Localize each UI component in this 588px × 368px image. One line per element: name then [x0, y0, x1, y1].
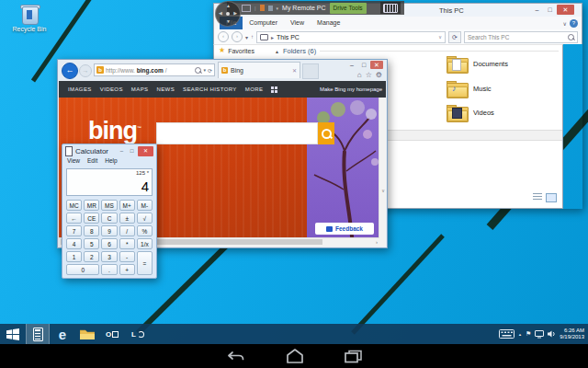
android-home-icon[interactable] [286, 349, 304, 363]
tab-view[interactable]: View [284, 17, 311, 29]
android-recents-icon[interactable] [345, 350, 362, 363]
taskbar-calculator-button[interactable] [26, 324, 50, 344]
key-mplus[interactable]: M+ [119, 200, 135, 211]
details-view-icon[interactable] [533, 193, 542, 201]
folder-item-music[interactable]: ♪ Music [447, 81, 492, 97]
key-ms[interactable]: MS [101, 200, 117, 211]
make-homepage-link[interactable]: Make Bing my homepage [320, 86, 382, 92]
explorer-search-input[interactable]: Search This PC [464, 31, 578, 43]
taskbar-clock[interactable]: 6:26 AM 9/19/2013 [560, 328, 584, 340]
forward-icon[interactable]: › [232, 31, 243, 42]
key-sqrt[interactable]: √ [137, 213, 153, 224]
volume-icon[interactable] [548, 330, 556, 338]
chevron-down-icon[interactable]: ▾ [277, 6, 279, 11]
nav-maps[interactable]: MAPS [131, 86, 149, 92]
remote-pan-control[interactable]: ▲ ▼ ◀ ▶ [215, 1, 241, 27]
minimize-button[interactable]: – [346, 61, 357, 69]
quick-access-icon[interactable] [260, 5, 265, 11]
close-button[interactable]: ✕ [557, 5, 574, 15]
help-icon[interactable]: ? [570, 19, 578, 28]
nav-news[interactable]: NEWS [156, 86, 175, 92]
menu-help[interactable]: Help [105, 157, 117, 167]
network-icon[interactable] [535, 330, 544, 339]
maximize-button[interactable]: □ [544, 5, 556, 15]
minimize-button[interactable]: – [118, 148, 126, 154]
key-8[interactable]: 8 [84, 225, 99, 236]
key-percent[interactable]: % [137, 225, 153, 236]
key-9[interactable]: 9 [101, 225, 117, 236]
key-mc[interactable]: MC [66, 200, 82, 211]
sidebar-item-favorites[interactable]: ★ Favorites [219, 47, 254, 54]
key-mminus[interactable]: M- [137, 200, 153, 211]
close-button[interactable]: ✕ [370, 61, 383, 69]
up-icon[interactable]: ↑ [251, 34, 254, 40]
scroll-down-icon[interactable]: ∨ [381, 188, 385, 193]
android-back-icon[interactable] [227, 350, 245, 363]
tab-computer[interactable]: Computer [243, 17, 284, 29]
key-negate[interactable]: ± [119, 213, 135, 224]
scroll-right-icon[interactable]: › [376, 239, 378, 245]
nav-search-history[interactable]: SEARCH HISTORY [183, 86, 237, 92]
address-dropdown-icon[interactable]: ∨ [438, 34, 442, 40]
apps-grid-icon[interactable] [271, 86, 277, 93]
maximize-button[interactable]: □ [128, 148, 136, 154]
new-tab-button[interactable] [302, 63, 319, 79]
key-1[interactable]: 1 [66, 251, 82, 262]
feedback-button[interactable]: Feedback [315, 223, 374, 235]
taskbar-lync-button[interactable]: L [125, 324, 151, 344]
menu-edit[interactable]: Edit [87, 157, 97, 167]
key-mr[interactable]: MR [84, 200, 99, 211]
collapse-arrow-icon[interactable]: ▲ [275, 49, 279, 54]
key-equals[interactable]: = [137, 251, 153, 275]
key-divide[interactable]: / [119, 225, 135, 236]
bing-search-button[interactable] [318, 122, 334, 144]
thumbnail-view-icon[interactable] [546, 193, 557, 202]
nav-more[interactable]: MORE [245, 86, 264, 92]
settings-gear-icon[interactable]: ⚙ [376, 71, 382, 79]
tab-manage[interactable]: Manage [311, 17, 346, 29]
nav-images[interactable]: IMAGES [68, 86, 92, 92]
recycle-bin[interactable]: Recycle Bin [7, 3, 51, 32]
browser-tab-bing[interactable]: b Bing ✕ [218, 62, 300, 78]
key-minus[interactable]: - [119, 251, 135, 262]
touch-keyboard-icon[interactable] [499, 329, 514, 339]
key-reciprocal[interactable]: 1/x [137, 238, 153, 249]
key-multiply[interactable]: * [119, 238, 135, 249]
key-0[interactable]: 0 [66, 264, 99, 275]
drive-tools-tab[interactable]: Drive Tools [330, 3, 367, 14]
dropdown-icon[interactable]: ▾ [203, 67, 206, 73]
key-ce[interactable]: CE [84, 213, 99, 224]
ribbon-collapse-icon[interactable]: ∨ [563, 20, 567, 27]
key-4[interactable]: 4 [66, 238, 82, 249]
search-icon[interactable] [195, 67, 201, 74]
key-7[interactable]: 7 [66, 225, 82, 236]
key-decimal[interactable]: . [101, 264, 117, 275]
key-c[interactable]: C [101, 213, 117, 224]
forward-icon[interactable]: → [79, 64, 92, 77]
taskbar-outlook-button[interactable]: O [99, 324, 125, 344]
address-bar[interactable]: b http://www.bing.com/ ▾ ⟳ [94, 63, 215, 76]
key-2[interactable]: 2 [84, 251, 99, 262]
refresh-icon[interactable]: ⟳ [448, 31, 461, 43]
key-backspace[interactable]: ← [66, 213, 82, 224]
folders-group-header[interactable]: ▲ Folders (6) [275, 47, 559, 55]
recent-locations-icon[interactable]: ▾ [245, 34, 248, 40]
start-button[interactable] [0, 324, 26, 344]
favorites-star-icon[interactable]: ☆ [366, 71, 372, 79]
bing-search-input[interactable] [156, 122, 318, 144]
vertical-scrollbar[interactable]: ∨ [379, 98, 386, 247]
folder-item-videos[interactable]: Videos [447, 105, 494, 121]
close-button[interactable]: ✕ [138, 146, 153, 156]
taskbar-explorer-button[interactable] [75, 324, 99, 344]
key-6[interactable]: 6 [101, 238, 117, 249]
keyboard-toggle-button[interactable] [380, 2, 401, 14]
back-icon[interactable]: ← [62, 63, 78, 79]
back-icon[interactable]: ‹ [218, 31, 229, 42]
folder-item-documents[interactable]: Documents [447, 56, 508, 72]
show-hidden-icons[interactable]: ▲ [518, 332, 522, 337]
refresh-icon[interactable]: ⟳ [208, 67, 212, 74]
maximize-button[interactable]: □ [358, 61, 369, 69]
key-3[interactable]: 3 [101, 251, 117, 262]
properties-icon[interactable] [268, 6, 273, 11]
action-center-flag-icon[interactable]: ⚑ [526, 330, 531, 338]
